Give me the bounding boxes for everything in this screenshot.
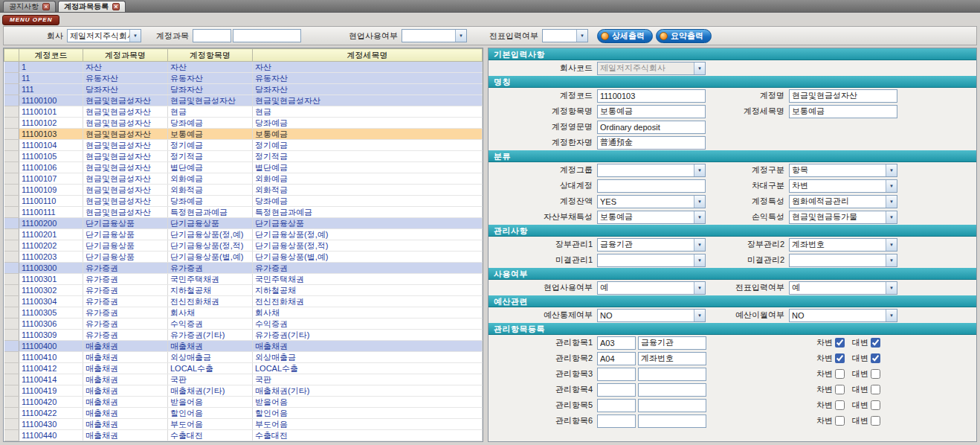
- debit-checkbox[interactable]: [835, 338, 845, 348]
- credit-checkbox[interactable]: [871, 416, 880, 426]
- row-selector-cell[interactable]: [4, 318, 19, 330]
- row-selector-cell[interactable]: [4, 118, 19, 129]
- close-icon[interactable]: ×: [42, 3, 50, 10]
- account-group-select[interactable]: ▼: [597, 164, 706, 177]
- ledger-mgmt1-select[interactable]: 금융기관▼: [597, 238, 706, 252]
- tab-account-subject-registration[interactable]: 계정과목등록×: [58, 1, 126, 12]
- grid-row[interactable]: 11100102현금및현금성자산당좌예금당좌예금: [4, 118, 483, 129]
- account-detail-name-input[interactable]: [789, 105, 897, 118]
- field-use-select[interactable]: 예▼: [597, 281, 706, 295]
- row-selector-cell[interactable]: [4, 106, 19, 118]
- budget-control-select[interactable]: NO▼: [597, 309, 706, 322]
- mgmt-item-4-code-input[interactable]: [597, 383, 636, 397]
- account-item-name-input[interactable]: [597, 105, 706, 118]
- grid-row[interactable]: 11100500매출채권대손충당금매출채권대손충당금매출채권대손충당금: [4, 441, 483, 443]
- row-selector-cell[interactable]: [4, 397, 19, 408]
- row-selector-cell[interactable]: [4, 285, 19, 296]
- row-selector-cell[interactable]: [4, 385, 19, 397]
- account-name-input[interactable]: [789, 89, 897, 103]
- row-selector-cell[interactable]: [4, 218, 19, 229]
- row-selector-cell[interactable]: [4, 173, 19, 185]
- grid-row[interactable]: 11100420매출채권받을어음받을어음: [4, 397, 483, 408]
- mgmt-item-5-name-input[interactable]: [638, 399, 706, 412]
- row-selector-cell[interactable]: [4, 229, 19, 240]
- credit-checkbox[interactable]: [871, 353, 880, 363]
- account-english-name-input[interactable]: [597, 121, 706, 134]
- budget-carryover-select[interactable]: NO▼: [789, 309, 897, 322]
- slip-entry-filter-select[interactable]: ▼: [542, 29, 588, 42]
- mgmt-item-5-code-input[interactable]: [597, 399, 636, 412]
- row-selector-cell[interactable]: [4, 274, 19, 285]
- row-selector-cell[interactable]: [4, 330, 19, 341]
- grid-row[interactable]: 11100111현금및현금성자산특정현금과예금특정현금과예금: [4, 207, 483, 218]
- row-selector-cell[interactable]: [4, 140, 19, 151]
- debit-checkbox[interactable]: [835, 400, 845, 410]
- grid-row[interactable]: 11100105현금및현금성자산정기적금정기적금: [4, 151, 483, 162]
- grid-row[interactable]: 11100202단기금융상품단기금융상품(정,적)단기금융상품(정,적): [4, 240, 483, 252]
- row-selector-cell[interactable]: [4, 151, 19, 162]
- grid-row[interactable]: 11100109현금및현금성자산외화적금외화적금: [4, 185, 483, 196]
- row-selector-cell[interactable]: [4, 196, 19, 207]
- row-selector-cell[interactable]: [4, 441, 19, 443]
- account-balance-select[interactable]: YES▼: [597, 195, 706, 208]
- credit-checkbox[interactable]: [871, 385, 880, 394]
- account-name-search-input[interactable]: [233, 29, 301, 42]
- row-selector-cell[interactable]: [4, 95, 19, 106]
- row-selector-cell[interactable]: [4, 341, 19, 352]
- tab-notice[interactable]: 공지사항×: [3, 1, 56, 12]
- row-selector-cell[interactable]: [4, 430, 19, 441]
- credit-checkbox[interactable]: [871, 400, 880, 410]
- mgmt-item-2-name-input[interactable]: [638, 352, 706, 365]
- credit-checkbox[interactable]: [871, 338, 880, 348]
- account-class-select[interactable]: 항목▼: [789, 164, 897, 177]
- row-selector-cell[interactable]: [4, 408, 19, 419]
- row-selector-cell[interactable]: [4, 252, 19, 263]
- debit-checkbox[interactable]: [835, 353, 845, 363]
- debit-checkbox[interactable]: [835, 416, 845, 426]
- grid-row[interactable]: 11100430매출채권부도어음부도어음: [4, 419, 483, 430]
- mgmt-item-6-code-input[interactable]: [597, 414, 636, 428]
- row-selector-cell[interactable]: [4, 62, 19, 73]
- row-selector-cell[interactable]: [4, 263, 19, 274]
- field-use-filter-select[interactable]: ▼: [402, 29, 467, 42]
- grid-row[interactable]: 11100400매출채권매출채권매출채권: [4, 341, 483, 352]
- grid-row[interactable]: 11100203단기금융상품단기금융상품(별,예)단기금융상품(별,예): [4, 252, 483, 263]
- debit-checkbox[interactable]: [835, 385, 845, 394]
- mgmt-item-3-code-input[interactable]: [597, 368, 636, 381]
- close-icon[interactable]: ×: [112, 3, 120, 10]
- grid-row[interactable]: 11100100현금및현금성자산현금및현금성자산현금및현금성자산: [4, 95, 483, 106]
- grid-row[interactable]: 11100410매출채권외상매출금외상매출금: [4, 352, 483, 363]
- company-select[interactable]: 제일저지주식회사 ▼: [67, 29, 141, 42]
- mgmt-item-2-code-input[interactable]: [597, 352, 636, 365]
- grid-row[interactable]: 11100106현금및현금성자산별단예금별단예금: [4, 162, 483, 173]
- counter-account-input[interactable]: [597, 179, 706, 193]
- mgmt-item-6-name-input[interactable]: [638, 414, 706, 428]
- row-selector-cell[interactable]: [4, 129, 19, 140]
- row-selector-cell[interactable]: [4, 419, 19, 430]
- grid-row[interactable]: 111당좌자산당좌자산당좌자산: [4, 84, 483, 95]
- grid-row[interactable]: 11100440매출채권수출대전수출대전: [4, 430, 483, 441]
- grid-row[interactable]: 11100309유가증권유가증권(기타)유가증권(기타): [4, 330, 483, 341]
- slip-entry-select[interactable]: 예▼: [789, 281, 897, 295]
- mgmt-item-4-name-input[interactable]: [638, 383, 706, 397]
- grid-row[interactable]: 11100419매출채권매출채권(기타)매출채권(기타): [4, 385, 483, 397]
- grid-row[interactable]: 11100201단기금융상품단기금융상품(정,예)단기금융상품(정,예): [4, 229, 483, 240]
- row-selector-cell[interactable]: [4, 374, 19, 385]
- grid-row[interactable]: 11100110현금및현금성자산당좌예금당좌예금: [4, 196, 483, 207]
- row-selector-cell[interactable]: [4, 296, 19, 307]
- grid-row[interactable]: 11100306유가증권수익증권수익증권: [4, 318, 483, 330]
- grid-row[interactable]: 11100304유가증권전신전화채권전신전화채권: [4, 296, 483, 307]
- mgmt-item-1-code-input[interactable]: [597, 336, 636, 350]
- grid-row[interactable]: 11100414매출채권국판국판: [4, 374, 483, 385]
- credit-checkbox[interactable]: [871, 369, 880, 379]
- grid-row[interactable]: 11100422매출채권할인어음할인어음: [4, 408, 483, 419]
- grid-row[interactable]: 11유동자산유동자산유동자산: [4, 73, 483, 84]
- row-selector-cell[interactable]: [4, 185, 19, 196]
- debit-credit-class-select[interactable]: 차변▼: [789, 179, 897, 193]
- debit-checkbox[interactable]: [835, 369, 845, 379]
- row-selector-cell[interactable]: [4, 307, 19, 318]
- account-code-input[interactable]: [597, 89, 706, 103]
- grid-row[interactable]: 11100107현금및현금성자산외화예금외화예금: [4, 173, 483, 185]
- row-selector-cell[interactable]: [4, 84, 19, 95]
- ledger-mgmt2-select[interactable]: 계좌번호▼: [789, 238, 897, 252]
